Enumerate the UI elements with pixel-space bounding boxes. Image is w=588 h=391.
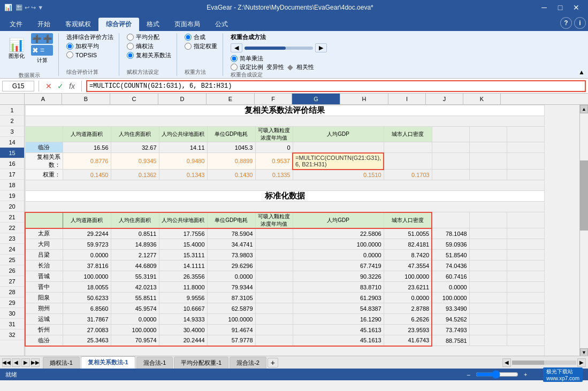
scroll-down-btn[interactable]: ▼ (580, 348, 588, 356)
sheet-tab-3[interactable]: 平均分配权重-1 (174, 357, 228, 369)
vertical-scrollbar[interactable]: ▲ ▼ (579, 105, 588, 356)
tab-evaluate[interactable]: 综合评价 (98, 18, 139, 31)
insert-function-button[interactable]: fx (67, 81, 77, 91)
cell-reference-input[interactable] (2, 81, 34, 91)
d27-j (469, 293, 507, 303)
radio-combine[interactable]: 合成 (185, 33, 217, 41)
radio-corr-input[interactable] (127, 52, 134, 59)
tab-objective[interactable]: 客观赋权 (58, 18, 98, 31)
scroll-up-btn[interactable]: ▲ (580, 105, 588, 113)
d30-e: 91.4674 (207, 325, 255, 335)
city-22: 大同 (25, 239, 63, 250)
ribbon-expand-btn[interactable]: ▲ (578, 68, 585, 76)
d25-j (469, 271, 507, 282)
cancel-formula-button[interactable]: ✕ (43, 81, 54, 91)
method-select[interactable]: 选择综合评价方法 (66, 33, 113, 41)
chart-button[interactable]: 📊 图形化 (5, 36, 28, 62)
topsis-label: TOPSIS (75, 52, 97, 58)
d24-b: 37.8116 (63, 260, 111, 271)
add-sheet-button[interactable]: + (268, 358, 278, 367)
rh-18: 18 (0, 180, 24, 190)
close-button[interactable]: ✕ (569, 0, 584, 15)
r15-h (384, 153, 432, 170)
radio-topsis-input[interactable] (66, 51, 73, 58)
zoom-minus-btn[interactable]: – (467, 371, 470, 378)
d26-e: 79.9344 (207, 282, 255, 293)
status-right: – + 极光下载站 www.xp7.com (467, 367, 583, 382)
confirm-formula-button[interactable]: ✓ (55, 81, 66, 91)
radio-set-ratio[interactable]: 设定比例 (231, 63, 263, 71)
d31-e: 57.9778 (207, 335, 255, 346)
d28-d: 10.6667 (159, 303, 207, 314)
sheet-tab-2[interactable]: 混合法-1 (136, 357, 173, 369)
sheet-tab-1[interactable]: 复相关系数法-1 (81, 356, 135, 369)
hscroll-thumb[interactable] (512, 361, 544, 365)
tab-scroll-right[interactable]: ▶▶ (31, 358, 40, 367)
sheet-tab-4[interactable]: 混合法-2 (230, 357, 266, 369)
radio-correlation[interactable]: 复相关系数法 (127, 51, 171, 59)
help-button[interactable]: ? (560, 17, 572, 29)
zoom-plus-btn[interactable]: + (524, 371, 527, 378)
ribbon-group-combine: 合成 指定权重 权重方法 (179, 33, 223, 76)
tab-start[interactable]: 开始 (30, 18, 58, 31)
radio-specify-input[interactable] (185, 43, 192, 50)
hscroll-right[interactable]: ▶ (577, 358, 586, 367)
d26-g: 83.8710 (293, 282, 384, 293)
d25-k (507, 271, 544, 282)
radio-entropy-input[interactable] (127, 43, 134, 50)
calc-button2[interactable]: ✖ = (31, 45, 53, 56)
tab-format[interactable]: 格式 (139, 18, 167, 31)
group-label-display: 数据展示 (19, 72, 40, 79)
city-28: 朔州 (25, 303, 63, 314)
tab-scroll-prev[interactable]: ◀ (12, 358, 20, 367)
tab-formula[interactable]: 公式 (208, 18, 235, 31)
calc-group: ➕ ➕ ✖ = 计算 (31, 33, 53, 64)
info-button[interactable]: i (574, 17, 586, 29)
radio-combine-input[interactable] (185, 34, 192, 41)
header-k (507, 127, 544, 142)
radio-specify[interactable]: 指定权重 (185, 42, 217, 50)
radio-simple-multiply[interactable]: 简单乘法 (231, 55, 327, 63)
hscroll-left[interactable]: ◀ (502, 358, 511, 367)
tab-file[interactable]: 文件 (2, 18, 30, 31)
radio-avg-input[interactable] (127, 34, 134, 41)
right-arrow-btn[interactable]: ▶ (315, 43, 327, 52)
ribbon-tabs: 文件 开始 客观赋权 综合评价 格式 页面布局 公式 ? i (0, 15, 588, 31)
radio-weighted-input[interactable] (66, 43, 73, 50)
calc-button[interactable]: ➕ ➕ (31, 33, 53, 44)
d27-k (507, 293, 544, 303)
r16-g: 0.1510 (293, 170, 384, 180)
table-row-24: 长治 37.8116 44.6809 14.1111 29.6296 67.74… (25, 260, 544, 271)
radio-avg-dist[interactable]: 平均分配 (127, 33, 171, 41)
rh-28: 28 (0, 287, 24, 297)
row-headers: 1 2 3 14 15 16 17 18 19 20 21 22 23 24 2… (0, 105, 25, 356)
d28-g: 54.8387 (293, 303, 384, 314)
radio-topsis[interactable]: TOPSIS (66, 51, 113, 58)
rh-19: 19 (0, 190, 24, 201)
zoom-slider[interactable] (476, 370, 518, 379)
d23-f (255, 250, 293, 260)
radio-ratio-input[interactable] (231, 64, 238, 71)
d21-e: 78.5904 (207, 228, 255, 239)
tab-scroll-left[interactable]: ◀◀ (2, 358, 11, 367)
group-label-calc: 综合评价计算 (66, 68, 113, 76)
formula-input[interactable] (86, 80, 586, 92)
rh-16: 16 (0, 158, 24, 169)
radio-weighted-avg[interactable]: 加权平均 (66, 42, 113, 50)
maximize-button[interactable]: □ (553, 0, 568, 15)
radio-simple-input[interactable] (231, 55, 238, 62)
header-pm: 可吸入颗粒度浓度年均值 (255, 127, 293, 142)
tab-scroll-next[interactable]: ▶ (21, 358, 30, 367)
minimize-button[interactable]: ─ (537, 0, 552, 15)
city-31: 临汾 (25, 335, 63, 346)
sheet-tab-0[interactable]: 婚权法-1 (43, 357, 80, 369)
scroll-thumb[interactable] (580, 160, 588, 231)
left-arrow-btn[interactable]: ◀ (231, 43, 242, 52)
title-bar: 📊 🔙 ↩ ↪ ▼ EvaGear - Z:\Nutstore\MyDocume… (0, 0, 588, 15)
d24-j (469, 260, 507, 271)
header2-road: 人均道路面积 (63, 212, 111, 228)
table-row-18: 标准化数据 (25, 191, 544, 202)
radio-entropy[interactable]: 熵权法 (127, 42, 171, 50)
tab-layout[interactable]: 页面布局 (167, 18, 208, 31)
r15-g-formula[interactable]: =MULTICC(COUNTN(G21:G31), 6, B21:H31) (293, 153, 384, 170)
